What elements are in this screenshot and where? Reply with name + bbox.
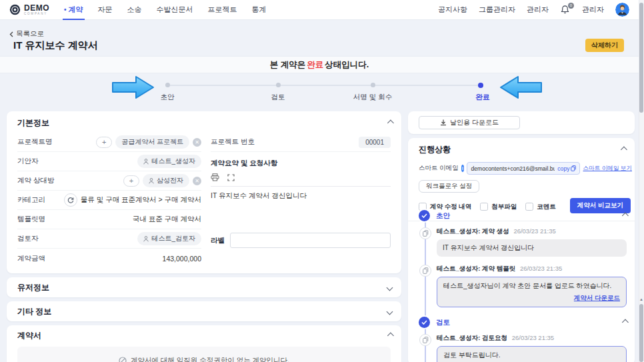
- annotation-arrow-right-icon: [111, 75, 155, 100]
- nav-item-advice[interactable]: 자문: [98, 0, 113, 20]
- user-info-card: 유저정보: [7, 277, 401, 297]
- add-party-button[interactable]: +: [123, 175, 139, 187]
- collapse-chevron-up-icon[interactable]: [387, 120, 394, 127]
- page-scrollbar-track[interactable]: ▲: [639, 0, 644, 362]
- entry-author-action: 테스트_생성자: 계약 템플릿: [437, 265, 515, 272]
- progress-card: 진행상황 스마트 이메일 i democontents+con216@smail…: [408, 138, 635, 362]
- logo-subtitle: COMPANY: [24, 13, 49, 16]
- entry-message: 테스트_생성자님이 계약 초안 문서를 업로드 하였습니다.: [443, 281, 620, 291]
- nav-item-contract[interactable]: 계약: [64, 0, 83, 20]
- collapse-chevron-up-icon[interactable]: [622, 319, 629, 326]
- progress-timeline: 초안 테스트_생성자: 계약 생성 26/03/23 21:35 IT 유지보수…: [419, 210, 627, 362]
- user-role-label: 관리자: [582, 5, 604, 15]
- delete-button[interactable]: 삭제하기: [585, 39, 624, 52]
- person-icon: [149, 178, 154, 184]
- logo-icon: [9, 4, 21, 15]
- fullscreen-icon[interactable]: [227, 174, 235, 181]
- banner-prefix: 본 계약은: [270, 59, 305, 71]
- stage-header-draft: 초안: [419, 210, 627, 221]
- nav-link-notice[interactable]: 공지사항: [438, 5, 467, 15]
- entry-message-box: 테스트_생성자님이 계약 초안 문서를 업로드 하였습니다. 계약서 다운로드: [437, 277, 627, 307]
- panel-scrollbar-thumb[interactable]: [639, 304, 643, 362]
- progress-stepper: 초안 검토 서명 및 회수 완료: [0, 73, 639, 108]
- info-icon[interactable]: i: [461, 165, 465, 172]
- drafter-label: 기안자: [17, 157, 39, 166]
- user-info-title: 유저정보: [17, 282, 49, 293]
- progress-title: 진행상황: [419, 144, 451, 155]
- template-label: 템플릿명: [17, 215, 45, 224]
- step-label-complete: 완료: [476, 93, 490, 102]
- field-row-reviewer: 검토자 테스트_검토자: [17, 229, 201, 249]
- summary-label: 계약요약 및 요청사항: [211, 159, 391, 168]
- template-value: 국내 표준 구매 계약서: [133, 215, 201, 224]
- stepper-line: [167, 85, 481, 86]
- workflow-settings-button[interactable]: 워크플로우 설정: [419, 180, 479, 193]
- project-chip: 공급계약서 프로젝트: [115, 135, 189, 149]
- party-chip: 삼성전자: [143, 174, 189, 187]
- basic-info-card: 기본정보 프로젝트명 + 공급계약서 프로젝트 ✕ 기안자 테스트_생성자: [7, 111, 401, 273]
- contract-title: 계약서: [17, 330, 41, 341]
- print-icon[interactable]: [211, 173, 219, 181]
- refresh-category-icon[interactable]: [64, 193, 77, 207]
- drafter-chip: 테스트_생성자: [137, 155, 201, 168]
- top-navbar: DEMO COMPANY 계약 자문 소송 수발신문서 프로젝트 통계 공지사항…: [0, 0, 639, 20]
- page-title: IT 유지보수 계약서: [13, 39, 98, 52]
- collapse-chevron-up-icon[interactable]: [387, 332, 394, 339]
- smart-email-label: 스마트 이메일: [419, 164, 459, 173]
- nav-link-admin[interactable]: 관리자: [527, 5, 549, 15]
- step-dot-complete: [478, 83, 483, 88]
- app-logo: DEMO COMPANY: [9, 4, 49, 16]
- remove-party-icon[interactable]: ✕: [193, 177, 201, 185]
- download-card: 날인용 다운로드: [408, 111, 635, 134]
- contract-download-link[interactable]: 계약서 다운로드: [574, 294, 620, 301]
- notification-bell-icon[interactable]: 0: [560, 5, 571, 15]
- page-scrollbar-thumb[interactable]: [639, 3, 643, 113]
- entry-author-action: 테스트_생성자: 검토요청: [437, 334, 507, 341]
- expand-chevron-down-icon[interactable]: [387, 308, 393, 315]
- annotation-arrow-left-icon: [499, 75, 543, 100]
- stage-check-icon: [419, 317, 430, 328]
- nav-item-lawsuit[interactable]: 소송: [127, 0, 142, 20]
- seal-download-button[interactable]: 날인용 다운로드: [419, 116, 520, 129]
- field-row-project: 프로젝트명 + 공급계약서 프로젝트 ✕: [17, 133, 201, 152]
- copy-email-link[interactable]: copy: [557, 165, 576, 172]
- reviewer-label: 검토자: [17, 234, 39, 243]
- step-label-draft: 초안: [161, 93, 175, 102]
- party-label: 계약 상대방: [17, 176, 54, 185]
- nav-item-documents[interactable]: 수발신문서: [157, 0, 193, 20]
- step-dot-draft: [165, 83, 170, 87]
- summary-divider: [211, 186, 391, 187]
- app-root: DEMO COMPANY 계약 자문 소송 수발신문서 프로젝트 통계 공지사항…: [0, 0, 644, 362]
- person-icon: [143, 159, 149, 165]
- chevron-left-icon: [9, 31, 13, 37]
- tag-label: 라벨: [211, 236, 225, 245]
- nav-link-group-admin[interactable]: 그룹관리자: [479, 5, 515, 15]
- project-no-label: 프로젝트 번호: [211, 137, 255, 147]
- collapse-chevron-up-icon[interactable]: [621, 147, 627, 153]
- download-icon: [440, 119, 447, 126]
- scroll-up-arrow-icon[interactable]: ▲: [639, 297, 644, 301]
- amount-value: 143,000,000: [163, 255, 201, 263]
- smart-email-view-link[interactable]: 스마트 이메일 보기: [583, 165, 632, 173]
- project-label: 프로젝트명: [17, 137, 53, 147]
- smart-email-box: democontents+con216@smail.buptle.app cop…: [467, 162, 580, 175]
- status-banner: 본 계약은 완료 상태입니다.: [0, 56, 639, 73]
- category-label: 카테고리: [17, 195, 45, 205]
- remove-project-icon[interactable]: ✕: [193, 138, 201, 147]
- timeline-entry: 테스트_생성자: 검토요청 26/03/23 21:35 검토 부탁드립니다. …: [419, 334, 627, 362]
- back-to-list-link[interactable]: 목록으로: [9, 29, 44, 39]
- add-project-button[interactable]: +: [96, 137, 112, 148]
- expand-chevron-down-icon[interactable]: [387, 284, 393, 291]
- basic-info-title: 기본정보: [17, 117, 49, 129]
- nav-item-project[interactable]: 프로젝트: [208, 0, 237, 20]
- entry-message-box: 검토 부탁드립니다. 계약서 다운로드: [437, 346, 627, 362]
- entry-message: IT 유지보수 계약서 갱신입니다: [437, 239, 627, 257]
- step-dot-review: [276, 83, 281, 87]
- etc-info-title: 기타 정보: [17, 306, 51, 317]
- logo-title: DEMO: [24, 4, 49, 12]
- nav-item-statistics[interactable]: 통계: [252, 0, 267, 20]
- user-avatar[interactable]: [615, 3, 629, 17]
- entry-timestamp: 26/03/23 21:35: [512, 334, 554, 341]
- tag-input[interactable]: [230, 233, 391, 248]
- nav-menu: 계약 자문 소송 수발신문서 프로젝트 통계: [64, 0, 267, 20]
